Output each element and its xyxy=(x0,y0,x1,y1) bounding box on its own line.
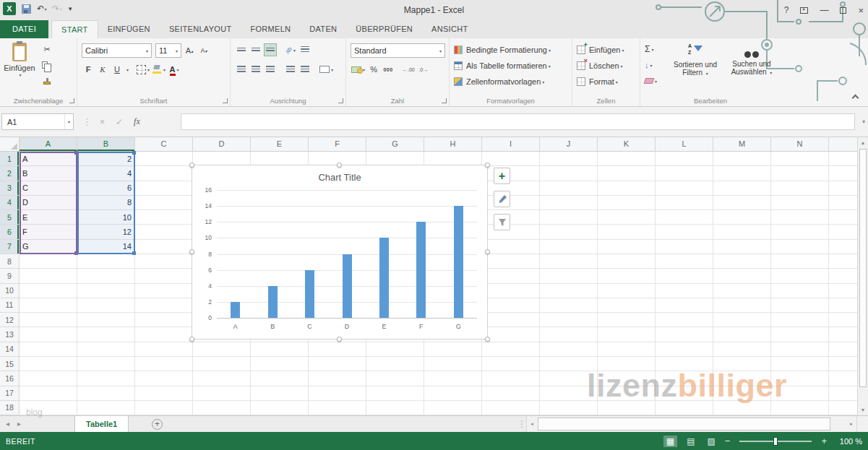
dialog-launcher-icon[interactable] xyxy=(69,98,74,103)
cell[interactable] xyxy=(540,371,598,386)
cell[interactable] xyxy=(193,401,251,415)
save-icon[interactable] xyxy=(22,4,31,14)
cell[interactable] xyxy=(424,342,482,357)
align-center-icon[interactable] xyxy=(249,63,262,76)
cell[interactable] xyxy=(713,401,771,415)
format-cells-button[interactable]: Format▾ xyxy=(577,74,618,89)
column-header-K[interactable]: K xyxy=(598,137,656,152)
cell[interactable] xyxy=(598,313,656,327)
cell[interactable] xyxy=(829,371,857,386)
cell[interactable] xyxy=(771,181,829,196)
chart-resize-handle[interactable] xyxy=(485,163,490,168)
cell-B3[interactable]: 6 xyxy=(77,181,135,196)
cell[interactable] xyxy=(424,386,482,401)
cell[interactable] xyxy=(482,342,540,357)
cell[interactable] xyxy=(540,240,598,254)
zoom-slider-thumb[interactable] xyxy=(773,437,778,446)
cell[interactable] xyxy=(482,181,540,196)
undo-icon[interactable]: ↶▾ xyxy=(37,4,46,14)
cell[interactable] xyxy=(713,166,771,181)
cell[interactable] xyxy=(771,386,829,401)
underline-button[interactable]: U xyxy=(111,63,124,76)
cancel-icon[interactable]: × xyxy=(100,117,105,127)
chart-styles-button[interactable] xyxy=(494,191,510,207)
zoom-level[interactable]: 100 % xyxy=(833,437,862,446)
column-header-C[interactable]: C xyxy=(135,137,193,152)
cell[interactable] xyxy=(77,342,135,357)
cell[interactable] xyxy=(540,298,598,313)
cell[interactable] xyxy=(20,269,77,283)
cell[interactable] xyxy=(656,371,713,386)
cell[interactable] xyxy=(482,327,540,342)
cell[interactable] xyxy=(77,269,135,283)
cell[interactable] xyxy=(540,254,598,269)
name-box[interactable]: A1 ▾ xyxy=(1,113,74,130)
cell[interactable] xyxy=(656,342,713,357)
cell[interactable] xyxy=(598,240,656,254)
cell[interactable] xyxy=(482,401,540,415)
chart-bar-E[interactable] xyxy=(379,238,389,318)
fill-button[interactable]: ↓▾ xyxy=(645,59,653,72)
cell[interactable] xyxy=(193,357,251,371)
cell[interactable] xyxy=(713,196,771,210)
comma-style-icon[interactable]: 000 xyxy=(382,63,395,76)
insert-cells-button[interactable]: Einfügen▾ xyxy=(577,43,624,57)
fill-color-icon[interactable]: ▾ xyxy=(152,63,166,76)
cell[interactable] xyxy=(829,284,857,298)
chart-elements-button[interactable]: + xyxy=(494,168,510,184)
cell[interactable] xyxy=(713,298,771,313)
cell[interactable] xyxy=(77,254,135,269)
cell[interactable] xyxy=(20,342,77,357)
increase-indent-icon[interactable] xyxy=(298,63,311,76)
cell[interactable] xyxy=(135,284,193,298)
column-header-L[interactable]: L xyxy=(656,137,713,152)
cell[interactable] xyxy=(540,181,598,196)
cell[interactable] xyxy=(540,284,598,298)
row-header-1[interactable]: 1 xyxy=(0,152,20,166)
cell[interactable] xyxy=(771,313,829,327)
cell[interactable] xyxy=(77,298,135,313)
row-header-18[interactable]: 18 xyxy=(0,401,20,415)
cell[interactable] xyxy=(829,386,857,401)
column-header-J[interactable]: J xyxy=(540,137,598,152)
italic-button[interactable]: K xyxy=(96,63,109,76)
chart-bar-D[interactable] xyxy=(343,254,352,319)
row-header-4[interactable]: 4 xyxy=(0,196,20,210)
clear-button[interactable]: ▾ xyxy=(645,74,657,87)
cell[interactable] xyxy=(829,313,857,327)
cell[interactable] xyxy=(713,152,771,166)
cell[interactable] xyxy=(135,181,193,196)
scroll-down-icon[interactable]: ▼ xyxy=(858,404,868,415)
cell[interactable] xyxy=(20,401,77,415)
cell[interactable] xyxy=(135,298,193,313)
cell[interactable] xyxy=(540,327,598,342)
cell[interactable] xyxy=(713,181,771,196)
chart-bar-A[interactable] xyxy=(231,302,240,318)
cell[interactable] xyxy=(713,342,771,357)
copy-icon[interactable]: ▾ xyxy=(40,59,53,72)
cell[interactable] xyxy=(829,225,857,239)
cell[interactable] xyxy=(482,240,540,254)
sheet-tab-tabelle1[interactable]: Tabelle1 xyxy=(74,416,129,433)
sort-filter-button[interactable]: AZ Sortieren und Filtern ▾ xyxy=(668,41,723,103)
cell[interactable] xyxy=(713,357,771,371)
cell[interactable] xyxy=(771,342,829,357)
zoom-out-icon[interactable]: − xyxy=(725,436,731,446)
align-bottom-icon[interactable] xyxy=(264,43,277,56)
chart-resize-handle[interactable] xyxy=(485,337,490,342)
sheet-nav-right-icon[interactable]: ▸ xyxy=(17,420,21,428)
column-header-A[interactable]: A xyxy=(20,137,77,152)
cell[interactable] xyxy=(598,269,656,283)
cell[interactable] xyxy=(20,357,77,371)
cell[interactable] xyxy=(713,284,771,298)
dialog-launcher-icon[interactable] xyxy=(442,98,447,103)
cell[interactable] xyxy=(77,371,135,386)
cell[interactable] xyxy=(77,327,135,342)
cell[interactable] xyxy=(771,357,829,371)
row-header-12[interactable]: 12 xyxy=(0,313,20,327)
embedded-chart[interactable]: Chart Title 0246810121416 ABCDEFG xyxy=(192,165,488,339)
row-header-17[interactable]: 17 xyxy=(0,386,20,401)
cell-B1[interactable]: 2 xyxy=(77,152,135,166)
cell[interactable] xyxy=(598,166,656,181)
ribbon-tab-start[interactable]: START xyxy=(51,20,98,38)
